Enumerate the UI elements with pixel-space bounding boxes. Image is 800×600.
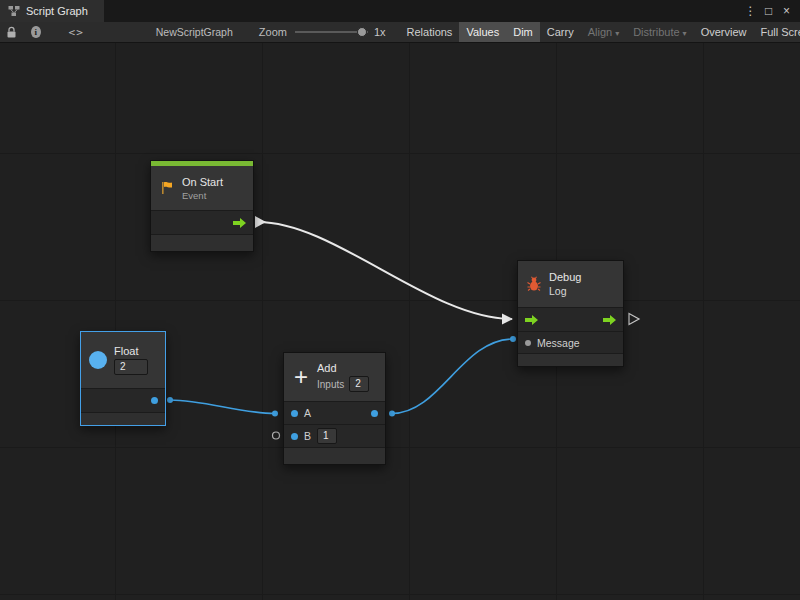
bug-icon bbox=[526, 276, 542, 292]
align-label: Align bbox=[588, 26, 612, 38]
graph-toolbar: i <> NewScriptGraph Zoom 1x Relations Va… bbox=[0, 22, 800, 43]
inputs-count-field[interactable]: 2 bbox=[349, 376, 369, 392]
overview-button[interactable]: Overview bbox=[694, 22, 754, 43]
node-title: Float bbox=[114, 345, 148, 357]
zoom-slider-handle[interactable] bbox=[357, 27, 367, 37]
node-title: Add bbox=[317, 362, 369, 374]
node-footer bbox=[81, 412, 165, 425]
zoom-value: 1x bbox=[374, 26, 386, 38]
code-icon[interactable]: <> bbox=[69, 26, 84, 39]
node-footer bbox=[284, 447, 385, 464]
message-port-label: Message bbox=[537, 337, 580, 349]
carry-button[interactable]: Carry bbox=[540, 22, 581, 43]
window-controls: ⋮ □ × bbox=[743, 0, 800, 22]
distribute-button[interactable]: Distribute▾ bbox=[626, 22, 693, 43]
port-b-label: B bbox=[304, 430, 311, 442]
add-sum-output-port[interactable] bbox=[371, 410, 378, 417]
port-a-label: A bbox=[304, 407, 311, 419]
float-value-field[interactable]: 2 bbox=[114, 359, 148, 375]
plus-icon: + bbox=[292, 365, 310, 389]
node-on-start[interactable]: On Start Event bbox=[150, 160, 254, 252]
add-sum-output-connector[interactable] bbox=[389, 411, 395, 417]
add-a-input-connector[interactable] bbox=[272, 411, 278, 417]
node-subtitle: Log bbox=[549, 285, 581, 297]
float-output-port[interactable] bbox=[151, 397, 158, 404]
flow-output-port[interactable] bbox=[603, 315, 616, 325]
node-title: On Start bbox=[182, 176, 223, 188]
lock-icon[interactable] bbox=[6, 26, 17, 39]
zoom-label: Zoom bbox=[259, 26, 287, 38]
inputs-label: Inputs bbox=[317, 379, 344, 390]
flow-output-port[interactable] bbox=[233, 218, 246, 228]
flow-input-port[interactable] bbox=[525, 315, 538, 325]
script-graph-icon bbox=[8, 5, 20, 17]
float-icon bbox=[89, 351, 107, 369]
wire-add-to-debug-message[interactable] bbox=[392, 339, 513, 414]
wire-float-to-add-a[interactable] bbox=[170, 400, 275, 414]
graph-canvas[interactable]: On Start Event Debug bbox=[0, 43, 800, 600]
wire-end-arrow bbox=[502, 314, 513, 325]
dim-button[interactable]: Dim bbox=[506, 22, 540, 43]
distribute-label: Distribute bbox=[633, 26, 679, 38]
values-button[interactable]: Values bbox=[459, 22, 506, 43]
full-screen-button[interactable]: Full Screen bbox=[753, 22, 800, 43]
add-b-input-connector[interactable] bbox=[273, 432, 280, 439]
tab-title: Script Graph bbox=[26, 5, 88, 17]
add-b-input-port[interactable] bbox=[291, 433, 298, 440]
wire-onstart-to-debuglog[interactable] bbox=[258, 222, 512, 319]
node-subtitle: Event bbox=[182, 190, 223, 201]
graph-wires bbox=[0, 43, 800, 600]
zoom-slider[interactable] bbox=[295, 31, 368, 33]
node-title: Debug bbox=[549, 271, 581, 283]
message-input-port[interactable] bbox=[525, 340, 531, 346]
chevron-down-icon: ▾ bbox=[683, 29, 687, 38]
node-float[interactable]: Float 2 bbox=[80, 331, 166, 426]
wire-start-arrow bbox=[255, 216, 266, 228]
chevron-down-icon: ▾ bbox=[615, 29, 619, 38]
node-footer bbox=[518, 353, 623, 366]
node-add[interactable]: + Add Inputs 2 A B 1 bbox=[283, 352, 386, 465]
debug-flow-output-connector[interactable] bbox=[629, 314, 639, 325]
node-footer bbox=[151, 234, 253, 251]
tab-bar: Script Graph ⋮ □ × bbox=[0, 0, 800, 22]
add-a-input-port[interactable] bbox=[291, 410, 298, 417]
window-menu-icon[interactable]: ⋮ bbox=[743, 0, 758, 22]
script-graph-window: Script Graph ⋮ □ × i <> NewScriptGraph Z… bbox=[0, 0, 800, 600]
node-debug-log[interactable]: Debug Log Message bbox=[517, 260, 624, 367]
maximize-icon[interactable]: □ bbox=[761, 0, 776, 22]
float-output-connector[interactable] bbox=[167, 397, 173, 403]
close-icon[interactable]: × bbox=[779, 0, 794, 22]
relations-button[interactable]: Relations bbox=[400, 22, 460, 43]
graph-name: NewScriptGraph bbox=[156, 26, 233, 38]
add-b-value-field[interactable]: 1 bbox=[317, 428, 337, 444]
tab-script-graph[interactable]: Script Graph bbox=[0, 0, 104, 22]
debug-message-input-connector[interactable] bbox=[510, 336, 516, 342]
flag-icon bbox=[159, 180, 175, 196]
align-button[interactable]: Align▾ bbox=[581, 22, 626, 43]
info-icon[interactable]: i bbox=[31, 26, 41, 38]
